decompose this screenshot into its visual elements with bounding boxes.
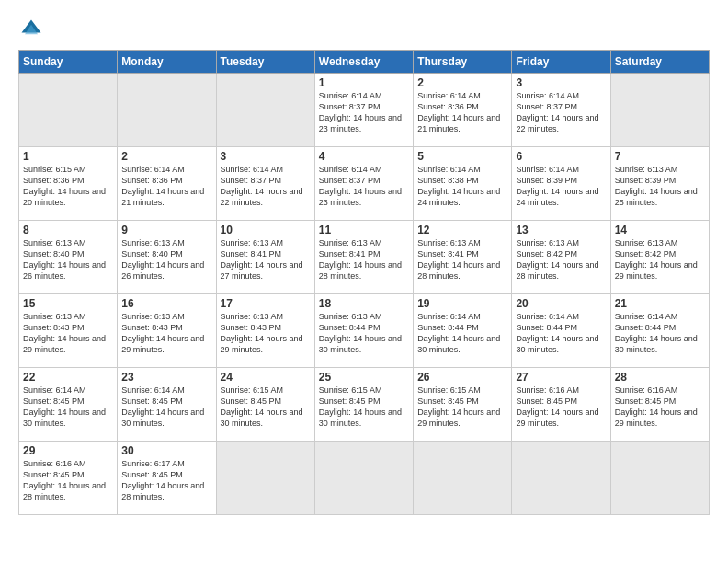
day-number: 24 [221,371,311,384]
calendar-week-1: 1Sunrise: 6:14 AMSunset: 8:37 PMDaylight… [19,74,710,147]
day-header-thursday: Thursday [414,51,512,74]
calendar: SundayMondayTuesdayWednesdayThursdayFrid… [18,50,710,515]
calendar-week-3: 8Sunrise: 6:13 AMSunset: 8:40 PMDaylight… [19,221,710,294]
day-info: Sunrise: 6:13 AMSunset: 8:41 PMDaylight:… [221,237,311,282]
calendar-cell: 1Sunrise: 6:14 AMSunset: 8:37 PMDaylight… [314,74,413,147]
calendar-cell [610,74,709,147]
calendar-cell: 7Sunrise: 6:13 AMSunset: 8:39 PMDaylight… [610,147,709,221]
day-number: 13 [516,224,606,236]
calendar-cell: 1Sunrise: 6:15 AMSunset: 8:36 PMDaylight… [19,147,118,221]
day-number: 19 [417,297,507,310]
calendar-cell: 8Sunrise: 6:13 AMSunset: 8:40 PMDaylight… [19,221,118,294]
calendar-header-row: SundayMondayTuesdayWednesdayThursdayFrid… [19,51,710,74]
header [18,17,710,42]
day-number: 10 [221,224,311,236]
day-number: 25 [319,371,409,384]
calendar-week-5: 22Sunrise: 6:14 AMSunset: 8:45 PMDayligh… [19,368,710,442]
day-header-tuesday: Tuesday [216,51,314,74]
calendar-cell: 30Sunrise: 6:17 AMSunset: 8:45 PMDayligh… [118,442,216,515]
day-header-sunday: Sunday [19,51,118,74]
day-number: 3 [221,150,311,163]
calendar-cell: 24Sunrise: 6:15 AMSunset: 8:45 PMDayligh… [216,368,314,442]
calendar-cell: 11Sunrise: 6:13 AMSunset: 8:41 PMDayligh… [314,221,413,294]
day-info: Sunrise: 6:16 AMSunset: 8:45 PMDaylight:… [516,385,606,430]
calendar-cell: 3Sunrise: 6:14 AMSunset: 8:37 PMDaylight… [216,147,314,221]
calendar-cell: 4Sunrise: 6:14 AMSunset: 8:37 PMDaylight… [314,147,413,221]
day-number: 2 [417,76,507,89]
day-info: Sunrise: 6:14 AMSunset: 8:45 PMDaylight:… [121,385,211,430]
day-info: Sunrise: 6:13 AMSunset: 8:40 PMDaylight:… [121,237,211,282]
calendar-cell: 18Sunrise: 6:13 AMSunset: 8:44 PMDayligh… [314,294,413,368]
day-number: 1 [23,150,113,163]
day-number: 11 [319,224,409,236]
day-number: 12 [417,224,507,236]
day-number: 28 [615,371,705,384]
calendar-cell: 10Sunrise: 6:13 AMSunset: 8:41 PMDayligh… [216,221,314,294]
day-info: Sunrise: 6:16 AMSunset: 8:45 PMDaylight:… [615,385,705,430]
day-info: Sunrise: 6:14 AMSunset: 8:37 PMDaylight:… [221,164,311,209]
calendar-cell: 25Sunrise: 6:15 AMSunset: 8:45 PMDayligh… [314,368,413,442]
calendar-cell: 26Sunrise: 6:15 AMSunset: 8:45 PMDayligh… [414,368,512,442]
day-number: 21 [615,297,705,310]
day-info: Sunrise: 6:14 AMSunset: 8:44 PMDaylight:… [516,311,606,356]
day-info: Sunrise: 6:14 AMSunset: 8:38 PMDaylight:… [417,164,507,209]
day-info: Sunrise: 6:13 AMSunset: 8:40 PMDaylight:… [23,237,113,282]
day-info: Sunrise: 6:14 AMSunset: 8:36 PMDaylight:… [121,164,211,209]
logo [18,17,48,42]
day-info: Sunrise: 6:14 AMSunset: 8:45 PMDaylight:… [23,385,113,430]
calendar-week-6: 29Sunrise: 6:16 AMSunset: 8:45 PMDayligh… [19,442,710,515]
calendar-cell [512,442,610,515]
calendar-cell: 2Sunrise: 6:14 AMSunset: 8:36 PMDaylight… [118,147,216,221]
day-number: 22 [23,371,113,384]
day-number: 26 [417,371,507,384]
calendar-cell [19,74,118,147]
day-header-friday: Friday [512,51,610,74]
calendar-cell [118,74,216,147]
day-number: 18 [319,297,409,310]
calendar-cell [216,74,314,147]
day-info: Sunrise: 6:15 AMSunset: 8:45 PMDaylight:… [221,385,311,430]
calendar-cell: 9Sunrise: 6:13 AMSunset: 8:40 PMDaylight… [118,221,216,294]
day-number: 4 [319,150,409,163]
calendar-cell: 22Sunrise: 6:14 AMSunset: 8:45 PMDayligh… [19,368,118,442]
day-info: Sunrise: 6:17 AMSunset: 8:45 PMDaylight:… [121,458,211,503]
day-info: Sunrise: 6:13 AMSunset: 8:44 PMDaylight:… [319,311,409,356]
calendar-cell [414,442,512,515]
day-number: 29 [23,444,113,457]
day-info: Sunrise: 6:15 AMSunset: 8:45 PMDaylight:… [417,385,507,430]
day-number: 15 [23,297,113,310]
day-info: Sunrise: 6:16 AMSunset: 8:45 PMDaylight:… [23,458,113,503]
calendar-cell: 3Sunrise: 6:14 AMSunset: 8:37 PMDaylight… [512,74,610,147]
day-number: 3 [516,76,606,89]
calendar-cell: 6Sunrise: 6:14 AMSunset: 8:39 PMDaylight… [512,147,610,221]
day-info: Sunrise: 6:13 AMSunset: 8:39 PMDaylight:… [615,164,705,209]
calendar-cell: 19Sunrise: 6:14 AMSunset: 8:44 PMDayligh… [414,294,512,368]
calendar-cell: 13Sunrise: 6:13 AMSunset: 8:42 PMDayligh… [512,221,610,294]
day-info: Sunrise: 6:15 AMSunset: 8:45 PMDaylight:… [319,385,409,430]
day-info: Sunrise: 6:14 AMSunset: 8:44 PMDaylight:… [615,311,705,356]
day-info: Sunrise: 6:13 AMSunset: 8:41 PMDaylight:… [417,237,507,282]
day-number: 5 [417,150,507,163]
day-info: Sunrise: 6:14 AMSunset: 8:36 PMDaylight:… [417,90,507,135]
day-info: Sunrise: 6:15 AMSunset: 8:36 PMDaylight:… [23,164,113,209]
day-info: Sunrise: 6:13 AMSunset: 8:43 PMDaylight:… [23,311,113,356]
calendar-cell: 20Sunrise: 6:14 AMSunset: 8:44 PMDayligh… [512,294,610,368]
day-number: 23 [121,371,211,384]
calendar-week-2: 1Sunrise: 6:15 AMSunset: 8:36 PMDaylight… [19,147,710,221]
day-info: Sunrise: 6:13 AMSunset: 8:43 PMDaylight:… [121,311,211,356]
day-info: Sunrise: 6:13 AMSunset: 8:42 PMDaylight:… [615,237,705,282]
calendar-cell: 28Sunrise: 6:16 AMSunset: 8:45 PMDayligh… [610,368,709,442]
calendar-cell: 14Sunrise: 6:13 AMSunset: 8:42 PMDayligh… [610,221,709,294]
day-info: Sunrise: 6:14 AMSunset: 8:39 PMDaylight:… [516,164,606,209]
calendar-cell: 16Sunrise: 6:13 AMSunset: 8:43 PMDayligh… [118,294,216,368]
day-number: 7 [615,150,705,163]
day-number: 2 [121,150,211,163]
day-number: 16 [121,297,211,310]
day-info: Sunrise: 6:14 AMSunset: 8:37 PMDaylight:… [516,90,606,135]
calendar-cell [216,442,314,515]
day-header-wednesday: Wednesday [314,51,413,74]
day-info: Sunrise: 6:13 AMSunset: 8:43 PMDaylight:… [221,311,311,356]
day-number: 1 [319,76,409,89]
day-number: 14 [615,224,705,236]
day-info: Sunrise: 6:14 AMSunset: 8:37 PMDaylight:… [319,164,409,209]
